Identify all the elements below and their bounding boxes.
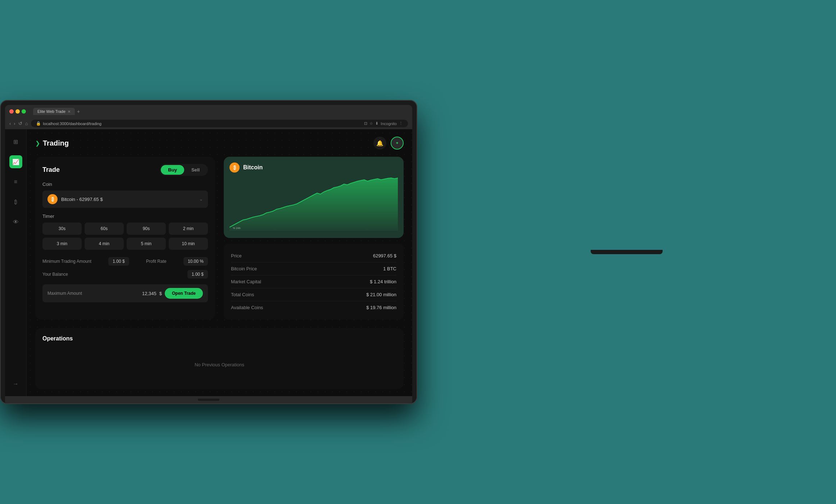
active-tab[interactable]: Elite Web Trade ✕ [33, 108, 75, 115]
cast-icon: ⊡ [364, 121, 367, 126]
no-operations-message: No Previous Operations [42, 348, 396, 382]
notification-button[interactable]: 🔔 [373, 137, 386, 150]
address-bar-icons: ⊡ ☆ ⬇ Incognito ⋮ [364, 121, 403, 126]
timer-90s[interactable]: 90s [127, 223, 166, 235]
price-value-4: $ 19.76 million [366, 305, 396, 310]
timer-5min[interactable]: 5 min [127, 238, 166, 250]
operations-title: Operations [42, 335, 396, 342]
minimum-trading-value: 1.00 $ [108, 257, 129, 266]
download-icon[interactable]: ⬇ [375, 121, 378, 126]
tab-label: Elite Web Trade [37, 109, 65, 114]
buy-button[interactable]: Buy [161, 165, 184, 175]
coin-select-name: Bitcoin - 62997.65 $ [61, 197, 196, 202]
sidebar-item-watch[interactable]: 👁 [9, 216, 22, 229]
timer-grid: 30s 60s 90s 2 min 3 min 4 min 5 min 10 m… [42, 223, 208, 250]
timer-4min[interactable]: 4 min [85, 238, 124, 250]
sidebar-item-trading[interactable]: 📈 [9, 155, 22, 168]
minimize-button[interactable] [15, 109, 20, 114]
price-value-1: 1 BTC [383, 266, 396, 271]
menu-dots-icon[interactable]: ⋮ [399, 121, 403, 126]
price-label-4: Available Coins [231, 305, 263, 310]
page-header: ❯ Trading 🔔 ✦ [35, 137, 404, 150]
price-label-2: Market Capital [231, 279, 261, 284]
bitcoin-select-icon: ₿ [47, 194, 58, 204]
avatar-button[interactable]: ✦ [391, 137, 404, 150]
timer-2min[interactable]: 2 min [169, 223, 208, 235]
tab-close-icon[interactable]: ✕ [68, 110, 71, 114]
screen-content: ⊞ 📈 ≡ ₿ 👁 → [5, 129, 412, 396]
buy-sell-toggle: Buy Sell [160, 164, 208, 176]
price-value-2: $ 1.24 trillion [370, 279, 396, 284]
timer-60s[interactable]: 60s [85, 223, 124, 235]
profit-rate-label: Profit Rate [146, 259, 167, 264]
address-bar[interactable]: 🔒 localhost:3000/dashboard/trading ⊡ ☆ ⬇… [31, 120, 408, 127]
open-trade-button[interactable]: Open Trade [165, 288, 203, 299]
address-bar-row: ‹ › ↺ ⌂ 🔒 localhost:3000/dashboard/tradi… [5, 118, 412, 129]
price-chart: % 24h [230, 177, 398, 231]
balance-row: Your Balance 1.00 $ [42, 270, 208, 279]
laptop-bottom [5, 396, 412, 403]
coin-section-label: Coin [42, 182, 208, 187]
timer-30s[interactable]: 30s [42, 223, 82, 235]
traffic-lights [9, 109, 26, 114]
amount-input: 12,345 $ Open Trade [142, 288, 203, 299]
svg-text:% 24h: % 24h [233, 226, 240, 230]
forward-button[interactable]: › [14, 121, 15, 126]
amount-currency: $ [159, 291, 162, 296]
bookmark-icon[interactable]: ☆ [369, 121, 373, 126]
header-actions: 🔔 ✦ [373, 137, 404, 150]
url-text: localhost:3000/dashboard/trading [43, 122, 102, 126]
sidebar: ⊞ 📈 ≡ ₿ 👁 → [5, 129, 27, 396]
reload-button[interactable]: ↺ [18, 121, 22, 126]
bitcoin-icon: ₿ [14, 199, 17, 205]
sidebar-item-dashboard[interactable]: ⊞ [9, 135, 22, 148]
price-label-3: Total Coins [231, 292, 254, 297]
back-button[interactable]: ‹ [9, 121, 11, 126]
maximum-amount-row: Maximum Amount 12,345 $ Open Trade [42, 284, 208, 302]
maximum-amount-label: Maximum Amount [47, 291, 82, 296]
trade-header: Trade Buy Sell [42, 164, 208, 176]
chart-coin-icon: ₿ [230, 162, 240, 173]
balance-value: 1.00 $ [187, 270, 208, 279]
amount-value: 12,345 [142, 291, 156, 296]
eye-icon: 👁 [13, 219, 19, 225]
minimum-trading-label: Minimum Trading Amount [42, 259, 91, 264]
chart-card: ₿ Bitcoin [224, 157, 404, 238]
page-title-row: ❯ Trading [35, 139, 69, 147]
chart-header: ₿ Bitcoin [230, 162, 398, 173]
minimum-trading-row: Minimum Trading Amount 1.00 $ Profit Rat… [42, 257, 208, 266]
dashboard-icon: ⊞ [13, 138, 18, 145]
timer-3min[interactable]: 3 min [42, 238, 82, 250]
trade-panel: Trade Buy Sell Coin ₿ Bitcoin - 62997.65… [35, 157, 215, 320]
laptop-stand [591, 250, 663, 254]
sell-button[interactable]: Sell [184, 165, 207, 175]
price-value-3: $ 21.00 million [366, 292, 396, 297]
page-title: Trading [43, 139, 69, 147]
new-tab-button[interactable]: + [77, 109, 80, 114]
coin-select[interactable]: ₿ Bitcoin - 62997.65 $ ⌄ [42, 191, 208, 208]
home-button[interactable]: ⌂ [25, 121, 28, 126]
price-value-0: 62997.65 $ [373, 253, 396, 258]
timer-10min[interactable]: 10 min [169, 238, 208, 250]
main-area: ❯ Trading 🔔 ✦ Trade Buy [27, 129, 412, 396]
price-row-1: Bitcoin Price 1 BTC [231, 262, 396, 275]
laptop-notch [198, 399, 219, 401]
menu-icon: ≡ [14, 179, 17, 185]
browser-bar: Elite Web Trade ✕ + [5, 105, 412, 118]
bitcoin-panel: ₿ Bitcoin [224, 157, 404, 320]
price-info: Price 62997.65 $ Bitcoin Price 1 BTC Mar… [224, 244, 404, 320]
trade-title: Trade [42, 166, 60, 174]
sidebar-item-logout[interactable]: → [9, 377, 22, 390]
chart-title: Bitcoin [243, 164, 263, 171]
close-button[interactable] [9, 109, 14, 114]
maximize-button[interactable] [22, 109, 26, 114]
operations-panel: Operations No Previous Operations [35, 328, 404, 389]
sidebar-item-bitcoin[interactable]: ₿ [9, 196, 22, 209]
price-row-0: Price 62997.65 $ [231, 249, 396, 262]
balance-label: Your Balance [42, 272, 68, 277]
sidebar-bottom: → [9, 377, 22, 390]
sidebar-item-menu[interactable]: ≡ [9, 175, 22, 188]
avatar-icon: ✦ [395, 141, 399, 146]
price-row-4: Available Coins $ 19.76 million [231, 301, 396, 314]
price-label-1: Bitcoin Price [231, 266, 257, 271]
